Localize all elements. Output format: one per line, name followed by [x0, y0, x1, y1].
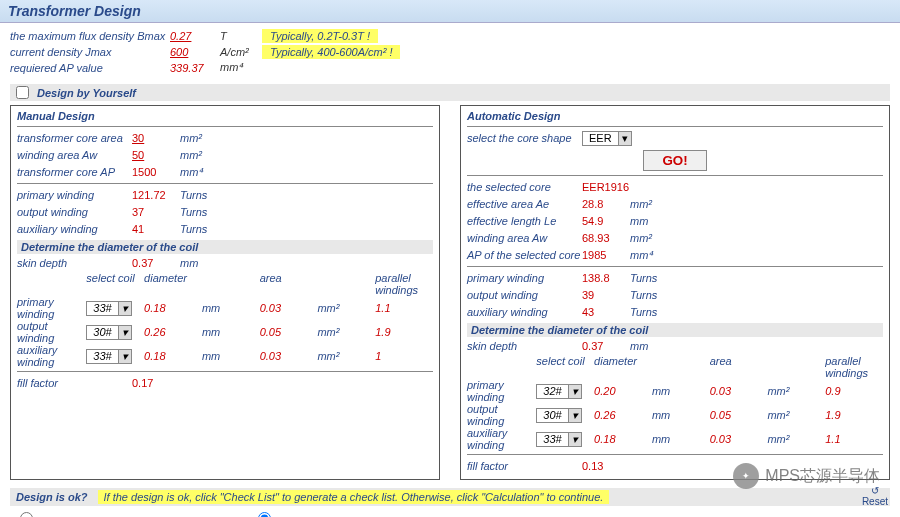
design-ok-label: Design is ok? [16, 491, 88, 503]
auto-title: Automatic Design [467, 110, 883, 122]
core-area-unit: mm² [180, 132, 215, 144]
a-coil-2-label: auxiliary winding [467, 427, 536, 451]
m-coil-2-select[interactable]: 33#▾ [86, 349, 131, 364]
a-skin-unit: mm [630, 340, 665, 352]
ae-label: effective area Ae [467, 198, 582, 210]
m-coil-2-area: 0.03 [260, 350, 318, 362]
chevron-down-icon: ▾ [618, 132, 631, 145]
a-aux-value: 43 [582, 306, 630, 318]
aw-unit: mm² [180, 149, 215, 161]
m-skin-unit: mm [180, 257, 215, 269]
core-ap-label: transformer core AP [17, 166, 132, 178]
a-coil-1-label: output winding [467, 403, 536, 427]
a-coil-1-pw: 1.9 [825, 409, 883, 421]
m-skin-value: 0.37 [132, 257, 180, 269]
a-coil-2-area: 0.03 [710, 433, 768, 445]
ap-unit: mm⁴ [220, 61, 262, 74]
m-coil-1-select[interactable]: 30#▾ [86, 325, 131, 340]
bmax-unit: T [220, 30, 262, 42]
core-area-value[interactable]: 30 [132, 132, 180, 144]
a-coil-0-pw: 0.9 [825, 385, 883, 397]
a-coil-2-select[interactable]: 33#▾ [536, 432, 581, 447]
m-coil-1-label: output winding [17, 320, 86, 344]
m-out-label: output winding [17, 206, 132, 218]
bmax-value[interactable]: 0.27 [170, 30, 220, 42]
m-coil-0-select[interactable]: 33#▾ [86, 301, 131, 316]
wechat-icon: ✦ [733, 463, 759, 489]
a-prim-unit: Turns [630, 272, 665, 284]
m-prim-value: 121.72 [132, 189, 180, 201]
manual-design-panel: Manual Design transformer core area30mm²… [10, 105, 440, 480]
core-shape-select[interactable]: EER▾ [582, 131, 632, 146]
reset-button[interactable]: ↺Reset [862, 485, 888, 507]
design-by-yourself-label: Design by Yourself [37, 87, 136, 99]
m-aux-unit: Turns [180, 223, 215, 235]
ae-unit: mm² [630, 198, 665, 210]
a-out-value: 39 [582, 289, 630, 301]
m-fill-value: 0.17 [132, 377, 180, 389]
m-coil-0-label: primary winding [17, 296, 86, 320]
a-coil-1-dia: 0.26 [594, 409, 652, 421]
chevron-down-icon: ▾ [118, 302, 131, 315]
a-coil-title: Determine the diameter of the coil [467, 323, 883, 337]
m-coil-title: Determine the diameter of the coil [17, 240, 433, 254]
a-aux-label: auxiliary winding [467, 306, 582, 318]
a-coil-1-select[interactable]: 30#▾ [536, 408, 581, 423]
a-coil-header: select coildiameterareaparallel windings [467, 355, 883, 379]
go-button[interactable]: GO! [643, 150, 706, 171]
m-prim-label: primary winding [17, 189, 132, 201]
chevron-down-icon: ▾ [568, 409, 581, 422]
jmax-unit: A/cm² [220, 46, 262, 58]
a-aw-value: 68.93 [582, 232, 630, 244]
a-coil-2-pw: 1.1 [825, 433, 883, 445]
a-skin-label: skin depth [467, 340, 582, 352]
design-by-yourself-bar: Design by Yourself [10, 84, 890, 101]
a-out-label: output winding [467, 289, 582, 301]
design-by-yourself-checkbox[interactable] [16, 86, 29, 99]
a-fill-value: 0.13 [582, 460, 630, 472]
chevron-down-icon: ▾ [118, 326, 131, 339]
a-coil-0-dia: 0.20 [594, 385, 652, 397]
aw-label: winding area Aw [17, 149, 132, 161]
m-out-value: 37 [132, 206, 180, 218]
m-coil-2-dia: 0.18 [144, 350, 202, 362]
a-coil-1-area: 0.05 [710, 409, 768, 421]
jmax-value[interactable]: 600 [170, 46, 220, 58]
a-ap-label: AP of the selected core [467, 249, 582, 261]
a-fill-label: fill factor [467, 460, 582, 472]
m-coil-2-label: auxiliary winding [17, 344, 86, 368]
aw-value[interactable]: 50 [132, 149, 180, 161]
le-value: 54.9 [582, 215, 630, 227]
a-coil-0-select[interactable]: 32#▾ [536, 384, 581, 399]
core-area-label: transformer core area [17, 132, 132, 144]
a-coil-0-area: 0.03 [710, 385, 768, 397]
a-aux-unit: Turns [630, 306, 665, 318]
a-prim-label: primary winding [467, 272, 582, 284]
m-coil-1-area: 0.05 [260, 326, 318, 338]
chevron-down-icon: ▾ [568, 433, 581, 446]
le-unit: mm [630, 215, 665, 227]
a-aw-label: winding area Aw [467, 232, 582, 244]
m-skin-label: skin depth [17, 257, 132, 269]
no-radio[interactable]: No, I want to run the design. [258, 512, 421, 517]
jmax-hint: Typically, 400-600A/cm² ! [262, 45, 400, 59]
page-title: Transformer Design [0, 0, 900, 23]
selected-core-label: the selected core [467, 181, 582, 193]
m-aux-value: 41 [132, 223, 180, 235]
m-coil-header: select coildiameterareaparallel windings [17, 272, 433, 296]
manual-title: Manual Design [17, 110, 433, 122]
watermark: ✦ MPS芯源半导体 [733, 463, 880, 489]
selected-core-value: EER1916 [582, 181, 652, 193]
a-coil-2-dia: 0.18 [594, 433, 652, 445]
m-fill-label: fill factor [17, 377, 132, 389]
top-params: the maximum flux density Bmax0.27TTypica… [0, 23, 900, 80]
m-coil-0-area: 0.03 [260, 302, 318, 314]
a-ap-value: 1985 [582, 249, 630, 261]
m-out-unit: Turns [180, 206, 215, 218]
m-coil-1-dia: 0.26 [144, 326, 202, 338]
a-prim-value: 138.8 [582, 272, 630, 284]
m-coil-1-pw: 1.9 [375, 326, 433, 338]
ap-label: requiered AP value [10, 62, 170, 74]
ap-value: 339.37 [170, 62, 220, 74]
yes-radio[interactable]: Yes, I have finished the design. [20, 512, 198, 517]
